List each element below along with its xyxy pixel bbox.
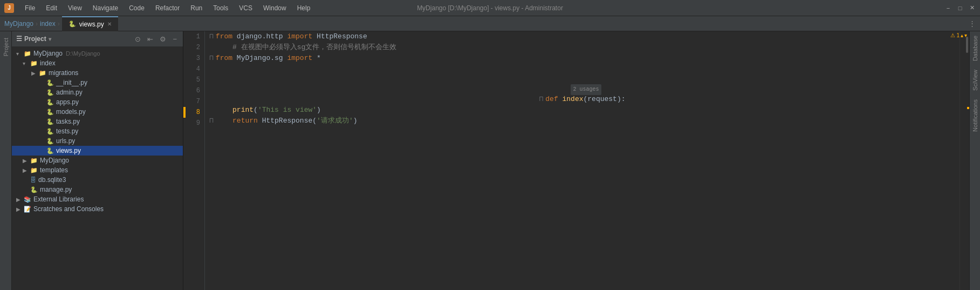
token-rp-7: ) [317, 105, 321, 116]
tree-label-migrations: migrations [49, 69, 78, 77]
panel-title-text: ☰ [16, 35, 22, 43]
tree-item-templates[interactable]: ▶ 📁 templates [12, 165, 183, 175]
tab-py-icon: 🐍 [68, 21, 76, 28]
folder-icon-mydjango: 📁 [24, 50, 31, 57]
menu-run[interactable]: Run [188, 3, 204, 13]
tree-item-db-sqlite[interactable]: 🗄 db.sqlite3 [12, 175, 183, 185]
code-line-6-group: 2 usages ⊓ def index (request): [209, 85, 955, 105]
tree-item-urls-py[interactable]: 🐍 urls.py [12, 136, 183, 146]
breadcrumb: MyDjango › index › [4, 20, 60, 28]
tree-item-apps-py[interactable]: 🐍 apps.py [12, 97, 183, 107]
show-options-icon[interactable]: ⚙ [158, 35, 168, 44]
main-layout: Project ☰ Project ▾ ⊙ ⇤ ⚙ − ▾ 📁 MyDjango [0, 31, 980, 290]
collapse-all-icon[interactable]: ⇤ [146, 35, 155, 44]
editor-content[interactable]: 1 2 3 4 5 6 7 8 9 ⊓ from django.http imp… [183, 31, 960, 290]
menu-file[interactable]: File [23, 3, 37, 13]
menu-help[interactable]: Help [295, 3, 313, 13]
tree-item-manage-py[interactable]: 🐍 manage.py [12, 185, 183, 194]
code-line-5 [209, 75, 955, 85]
usages-badge[interactable]: 2 usages [571, 84, 601, 95]
tree-item-models-py[interactable]: 🐍 models.py [12, 107, 183, 117]
close-button[interactable]: ✕ [968, 4, 976, 12]
line-num-5: 5 [188, 75, 200, 85]
py-icon-tests: 🐍 [46, 128, 54, 135]
tree-item-views-py[interactable]: 🐍 views.py [12, 146, 183, 156]
project-panel: ☰ Project ▾ ⊙ ⇤ ⚙ − ▾ 📁 MyDjango D:\MyDj… [12, 31, 183, 290]
tree-label-init-py: __init__.py [56, 79, 87, 86]
tree-item-index[interactable]: ▾ 📁 index [12, 58, 183, 68]
tree-label-mydjango: MyDjango [33, 50, 63, 57]
menu-tools[interactable]: Tools [211, 3, 230, 13]
line-numbers: 1 2 3 4 5 6 7 8 9 [183, 31, 205, 290]
tree-arrow-templates: ▶ [23, 167, 30, 173]
scview-panel-btn[interactable]: SciView [971, 65, 979, 95]
minimize-button[interactable]: − [944, 4, 952, 12]
tree-item-migrations[interactable]: ▶ 📁 migrations [12, 68, 183, 78]
token-comment-2: # 在视图中必须导入sg文件，否则信号机制不会生效 [216, 42, 396, 53]
warning-icon: ⚠ [950, 32, 955, 38]
tree-item-mydjango-folder[interactable]: ▶ 📁 MyDjango [12, 156, 183, 165]
locate-file-icon[interactable]: ⊙ [133, 35, 142, 44]
tree-item-scratches[interactable]: ▶ 📝 Scratches and Consoles [12, 204, 183, 214]
maximize-button[interactable]: □ [956, 4, 964, 12]
tab-close-button[interactable]: ✕ [107, 21, 112, 27]
tree-label-mydjango2: MyDjango [40, 157, 69, 164]
hide-panel-icon[interactable]: − [171, 35, 179, 44]
tree-item-ext-libraries[interactable]: ▶ 📚 External Libraries [12, 194, 183, 204]
database-panel-btn[interactable]: Database [971, 31, 979, 65]
title-bar-left: J File Edit View Navigate Code Refactor … [4, 3, 312, 13]
py-icon-tasks: 🐍 [46, 118, 54, 125]
menu-code[interactable]: Code [127, 3, 147, 13]
code-editor[interactable]: ⊓ from django.http import HttpResponse ⊓… [205, 31, 960, 290]
folder-icon-index: 📁 [30, 60, 38, 67]
tree-item-mydjango-root[interactable]: ▾ 📁 MyDjango D:\MyDjango [12, 49, 183, 58]
tab-views-py[interactable]: 🐍 views.py ✕ [62, 16, 118, 31]
tree-item-tests-py[interactable]: 🐍 tests.py [12, 126, 183, 136]
menu-window[interactable]: Window [261, 3, 289, 13]
panel-header: ☰ Project ▾ ⊙ ⇤ ⚙ − [12, 31, 183, 46]
tree-item-admin-py[interactable]: 🐍 admin.py [12, 87, 183, 97]
line-num-4: 4 [188, 64, 200, 75]
tab-bar-actions: ⋮ [969, 19, 976, 28]
panel-title-label: Project [24, 35, 46, 43]
line-num-8: 8 [188, 107, 200, 118]
tree-item-tasks-py[interactable]: 🐍 tasks.py [12, 117, 183, 126]
folder-icon-migrations: 📁 [39, 70, 46, 77]
menu-view[interactable]: View [66, 3, 84, 13]
tab-settings-icon[interactable]: ⋮ [969, 19, 976, 28]
code-line-6: ⊓ def index (request): [539, 94, 625, 105]
usages-row: 2 usages [560, 85, 604, 94]
panel-dropdown-icon[interactable]: ▾ [49, 36, 51, 42]
editor-gutter: ⚠ 1 ▴ ▾ [960, 31, 969, 290]
tree-label-admin-py: admin.py [56, 89, 83, 96]
project-tree: ▾ 📁 MyDjango D:\MyDjango ▾ 📁 index ▶ 📁 m… [12, 46, 183, 290]
tree-item-init-py[interactable]: 🐍 __init__.py [12, 78, 183, 87]
token-from-3: from [216, 53, 232, 64]
tree-label-views-py: views.py [56, 147, 81, 154]
menu-navigate[interactable]: Navigate [91, 3, 120, 13]
ext-libs-icon: 📚 [24, 196, 31, 203]
notifications-panel-btn[interactable]: Notifications [971, 95, 979, 136]
menu-refactor[interactable]: Refactor [153, 3, 182, 13]
tree-arrow-index: ▾ [23, 60, 30, 66]
menu-edit[interactable]: Edit [44, 3, 59, 13]
breadcrumb-index[interactable]: index [40, 20, 56, 28]
token-star-3: * [312, 53, 321, 64]
tree-arrow-mydjango-folder: ▶ [23, 158, 30, 164]
token-str-7: 'This is view' [258, 105, 317, 116]
project-label[interactable]: Project [2, 35, 10, 59]
db-icon-sqlite: 🗄 [30, 177, 36, 183]
token-rp-8: ) [353, 116, 358, 126]
py-icon-views: 🐍 [46, 147, 54, 154]
token-space-3: MyDjango.sg [232, 53, 287, 64]
menu-vcs[interactable]: VCS [237, 3, 255, 13]
line-num-1: 1 [188, 31, 200, 42]
title-bar-right: − □ ✕ [944, 4, 976, 12]
line-num-3: 3 [188, 53, 200, 64]
editor-area: 1 2 3 4 5 6 7 8 9 ⊓ from django.http imp… [183, 31, 960, 290]
warning-nav-up[interactable]: ▴ [961, 32, 963, 38]
tree-label-tasks-py: tasks.py [56, 118, 80, 125]
scrollbar-thumb[interactable] [966, 37, 968, 53]
token-index-6: index [563, 94, 584, 105]
breadcrumb-mydjango[interactable]: MyDjango [4, 20, 33, 28]
